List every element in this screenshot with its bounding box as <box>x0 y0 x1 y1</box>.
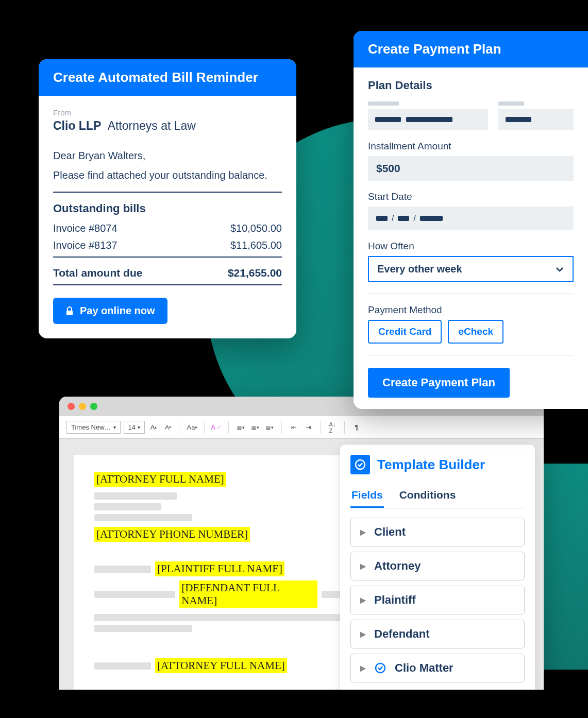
multilevel-list-icon[interactable]: ≣▾ <box>264 422 275 433</box>
lock-icon <box>65 306 74 316</box>
field-group-attorney[interactable]: ▶Attorney <box>350 552 525 580</box>
installment-input[interactable]: $500 <box>368 156 574 181</box>
payment-plan-title: Create Payment Plan <box>354 31 588 67</box>
plan-details-heading: Plan Details <box>368 79 574 92</box>
from-value: Clio LLP Attorneys at Law <box>53 119 282 133</box>
triangle-right-icon: ▶ <box>360 528 366 536</box>
svg-rect-0 <box>66 311 73 315</box>
clio-check-icon <box>374 662 387 674</box>
start-date-label: Start Date <box>368 191 574 202</box>
chevron-down-icon <box>555 265 564 274</box>
start-date-input[interactable]: // <box>368 207 574 230</box>
merge-field-defendant-name: [DEFENDANT FULL NAME] <box>179 580 317 608</box>
increase-font-icon[interactable]: A▴ <box>148 422 159 433</box>
invoice-row: Invoice #8074$10,050.00 <box>53 223 282 234</box>
template-builder-panel: Template Builder Fields Conditions ▶Clie… <box>340 444 535 690</box>
bullet-list-icon[interactable]: ≣▾ <box>235 422 246 433</box>
decrease-font-icon[interactable]: A▾ <box>162 422 174 433</box>
tab-fields[interactable]: Fields <box>350 484 384 508</box>
from-label: From <box>53 108 282 117</box>
echeck-chip[interactable]: eCheck <box>448 320 503 344</box>
payment-plan-card: Create Payment Plan Plan Details Install… <box>354 31 588 409</box>
total-row: Total amount due$21,655.00 <box>53 267 282 279</box>
font-family-select[interactable]: Times New… ▾ <box>66 421 121 434</box>
font-size-select[interactable]: 14 ▾ <box>124 421 145 434</box>
message-text: Please find attached your outstanding ba… <box>53 167 282 183</box>
numbered-list-icon[interactable]: ≣▾ <box>249 422 261 433</box>
merge-field-attorney-phone: [ATTORNEY PHONE NUMBER] <box>94 527 250 542</box>
pay-online-button[interactable]: Pay online now <box>53 298 167 324</box>
how-often-label: How Often <box>368 241 574 252</box>
editor-toolbar: Times New… ▾ 14 ▾ A▴ A▾ Aa ▾ A⟋ ≣▾ ≣▾ ≣▾… <box>59 416 544 439</box>
payment-method-label: Payment Method <box>368 304 574 316</box>
increase-indent-icon[interactable]: ⇥ <box>303 422 314 433</box>
template-builder-logo-icon <box>350 455 370 474</box>
minimize-dot-icon[interactable] <box>79 403 86 410</box>
close-dot-icon[interactable] <box>68 403 75 410</box>
tab-conditions[interactable]: Conditions <box>398 484 457 508</box>
field-group-client[interactable]: ▶Client <box>350 518 525 546</box>
placeholder-input[interactable] <box>498 109 574 130</box>
triangle-right-icon: ▶ <box>360 562 366 570</box>
bill-reminder-card: Create Automated Bill Reminder From Clio… <box>39 59 296 338</box>
credit-card-chip[interactable]: Credit Card <box>368 320 442 344</box>
decrease-indent-icon[interactable]: ⇤ <box>288 422 299 433</box>
document-page[interactable]: [ATTORNEY FULL NAME] [ATTORNEY PHONE NUM… <box>74 455 362 690</box>
triangle-right-icon: ▶ <box>360 630 366 638</box>
how-often-select[interactable]: Every other week <box>368 256 574 282</box>
triangle-right-icon: ▶ <box>360 596 366 604</box>
triangle-right-icon: ▶ <box>360 664 366 672</box>
greeting-text: Dear Bryan Walters, <box>53 147 282 164</box>
invoice-row: Invoice #8137$11,605.00 <box>53 240 282 251</box>
template-builder-title: Template Builder <box>377 457 485 473</box>
merge-field-attorney-name: [ATTORNEY FULL NAME] <box>94 472 226 487</box>
paragraph-marks-icon[interactable]: ¶ <box>351 422 362 433</box>
maximize-dot-icon[interactable] <box>90 403 97 410</box>
placeholder-input[interactable] <box>368 109 488 130</box>
installment-label: Installment Amount <box>368 141 574 152</box>
merge-field-plaintiff-name: [PLAINTIFF FULL NAME] <box>155 561 284 576</box>
change-case-icon[interactable]: Aa ▾ <box>187 422 198 433</box>
create-payment-plan-button[interactable]: Create Payment Plan <box>368 368 510 398</box>
document-editor-window: Times New… ▾ 14 ▾ A▴ A▾ Aa ▾ A⟋ ≣▾ ≣▾ ≣▾… <box>59 397 544 690</box>
outstanding-bills-heading: Outstanding bills <box>53 202 282 215</box>
field-group-clio-matter[interactable]: ▶ Clio Matter <box>350 654 525 682</box>
field-group-plaintiff[interactable]: ▶Plaintiff <box>350 586 525 614</box>
merge-field-attorney-name-2: [ATTORNEY FULL NAME] <box>155 658 287 673</box>
field-group-defendant[interactable]: ▶Defendant <box>350 620 525 648</box>
bill-reminder-title: Create Automated Bill Reminder <box>39 59 296 96</box>
sort-icon[interactable]: A↓Z <box>327 422 338 433</box>
clear-formatting-icon[interactable]: A⟋ <box>211 422 222 433</box>
